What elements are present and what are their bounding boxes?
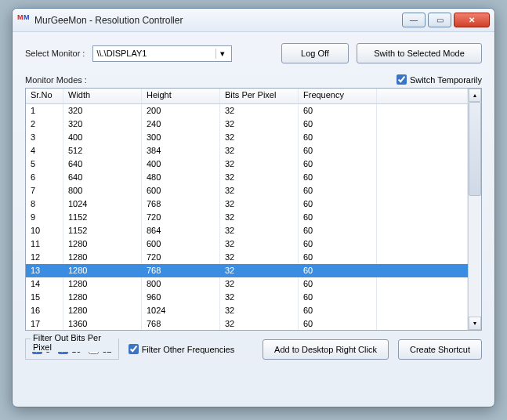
table-row[interactable]: 13202003260 xyxy=(26,104,468,118)
modes-table: Sr.No Width Height Bits Per Pixel Freque… xyxy=(25,88,482,331)
filter-legend: Filter Out Bits Per Pixel xyxy=(31,333,118,352)
table-row[interactable]: 66404803260 xyxy=(26,171,468,184)
scroll-thumb[interactable] xyxy=(469,102,481,196)
table-row[interactable]: 1011528643260 xyxy=(26,224,468,237)
table-row[interactable]: 56404003260 xyxy=(26,158,468,171)
switch-temporarily-checkbox[interactable]: Switch Temporarily xyxy=(397,74,482,85)
maximize-button[interactable]: ▭ xyxy=(428,13,451,27)
vertical-scrollbar[interactable]: ▴ ▾ xyxy=(468,89,481,330)
monitor-modes-label: Monitor Modes : xyxy=(25,75,87,85)
minimize-button[interactable]: — xyxy=(402,13,426,27)
col-height[interactable]: Height xyxy=(142,89,220,103)
monitor-dropdown[interactable]: \\.\DISPLAY1 ▾ xyxy=(92,45,232,62)
table-row[interactable]: 23202403260 xyxy=(26,118,468,131)
table-row[interactable]: 34003003260 xyxy=(26,131,468,144)
add-desktop-button[interactable]: Add to Desktop Right Click xyxy=(263,339,389,360)
col-bpp[interactable]: Bits Per Pixel xyxy=(220,89,299,103)
close-button[interactable]: ✕ xyxy=(454,13,490,27)
app-icon: MM xyxy=(17,14,30,27)
col-freq[interactable]: Frequency xyxy=(299,89,377,103)
switch-mode-button[interactable]: Swith to Selected Mode xyxy=(357,43,482,63)
table-row[interactable]: 45123843260 xyxy=(26,144,468,158)
table-row[interactable]: 16128010243260 xyxy=(26,304,468,317)
logoff-button[interactable]: Log Off xyxy=(281,43,349,63)
table-row[interactable]: 1212807203260 xyxy=(26,251,468,264)
table-row[interactable]: 1112806003260 xyxy=(26,237,468,251)
table-row[interactable]: 1713607683260 xyxy=(26,317,468,330)
chevron-down-icon: ▾ xyxy=(215,49,228,59)
table-row[interactable]: 78006003260 xyxy=(26,184,468,197)
filter-other-freq-checkbox[interactable]: Filter Other Frequencies xyxy=(129,344,235,354)
app-window: MM MurGeeMon - Resolution Controller — ▭… xyxy=(12,8,495,407)
window-title: MurGeeMon - Resolution Controller xyxy=(34,15,402,26)
table-row[interactable]: 1312807683260 xyxy=(26,264,468,277)
table-row[interactable]: 911527203260 xyxy=(26,211,468,224)
col-srno[interactable]: Sr.No xyxy=(26,89,63,103)
scroll-down-icon[interactable]: ▾ xyxy=(469,317,481,330)
col-width[interactable]: Width xyxy=(63,89,142,103)
select-monitor-label: Select Monitor : xyxy=(25,49,85,58)
table-header[interactable]: Sr.No Width Height Bits Per Pixel Freque… xyxy=(26,89,468,104)
create-shortcut-button[interactable]: Create Shortcut xyxy=(398,339,482,360)
filter-bpp-group: Filter Out Bits Per Pixel 8 16 32 xyxy=(25,339,119,360)
titlebar[interactable]: MM MurGeeMon - Resolution Controller — ▭… xyxy=(13,9,494,32)
table-row[interactable]: 810247683260 xyxy=(26,197,468,211)
monitor-value: \\.\DISPLAY1 xyxy=(96,49,147,58)
table-row[interactable]: 1512809603260 xyxy=(26,291,468,304)
scroll-up-icon[interactable]: ▴ xyxy=(469,89,481,102)
table-row[interactable]: 1412808003260 xyxy=(26,277,468,291)
